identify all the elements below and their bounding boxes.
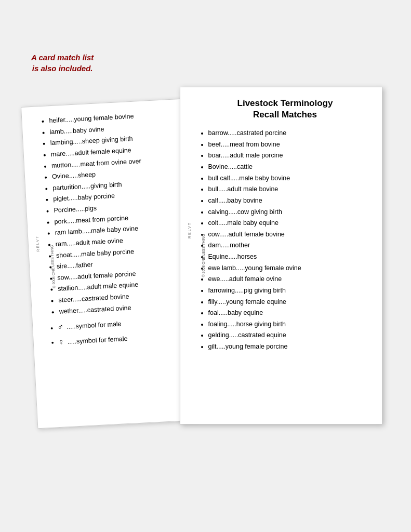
relvt-front-label: RELVT — [188, 222, 191, 238]
list-item: barrow.....castrated porcine — [208, 128, 372, 139]
male-symbol-text: .....symbol for male — [66, 318, 122, 333]
bullet-male: • — [50, 324, 53, 331]
card-front: RELVT © 2008 ONE LESS THING Livestock Te… — [180, 87, 382, 424]
male-icon: ♂ — [57, 320, 63, 335]
list-item: Bovine.....cattle — [208, 162, 372, 172]
list-item: bull calf.....male baby bovine — [208, 173, 372, 184]
list-item: dam.....mother — [208, 240, 372, 251]
list-item: cow.....adult female bovine — [208, 229, 372, 240]
list-item: gilt.....young female porcine — [208, 341, 372, 352]
list-item: foal.....baby equine — [208, 308, 372, 318]
title-line2: Recall Matches — [253, 110, 317, 119]
list-item: beef.....meat from bovine — [208, 139, 372, 150]
bullet-female: • — [51, 339, 54, 347]
title-line1: Livestock Terminology — [237, 98, 333, 108]
list-item: bull.....adult male bovine — [208, 184, 372, 195]
back-card-content: heifer.....young female bovine lamb.....… — [33, 109, 195, 351]
page-wrapper: A card match list is also included. RELV… — [0, 0, 411, 532]
list-item: colt.....male baby equine — [208, 218, 372, 229]
list-item: farrowing.....pig giving birth — [208, 285, 372, 296]
gender-section: • ♂ .....symbol for male • ♀ .....symbol… — [50, 313, 196, 350]
card-title: Livestock Terminology Recall Matches — [199, 98, 372, 121]
female-icon: ♀ — [57, 335, 64, 350]
list-item: ewe lamb.....young female ovine — [208, 263, 372, 274]
list-item: Equine.....horses — [208, 251, 372, 262]
list-item: ewe.....adult female ovine — [208, 274, 372, 285]
list-item: boar.....adult male porcine — [208, 150, 372, 161]
list-item: gelding.....castrated equine — [208, 330, 372, 341]
copyright-front: © 2008 ONE LESS THING — [202, 234, 205, 277]
front-card-list: barrow.....castrated porcine beef.....me… — [199, 128, 372, 352]
relvt-back-label: RELVT — [35, 235, 39, 252]
card-match-label: A card match list is also included. — [31, 52, 94, 74]
list-item: foaling.....horse giving birth — [208, 319, 372, 330]
list-item: calving.....cow giving birth — [208, 207, 372, 218]
female-symbol-text: .....symbol for female — [67, 333, 128, 348]
cards-container: RELVT © 2008 ONE LESS THING heifer.....y… — [29, 76, 382, 466]
front-card-content: Livestock Terminology Recall Matches bar… — [193, 98, 372, 352]
list-item: filly.....young female equine — [208, 297, 372, 308]
card-match-line2: is also included. — [31, 63, 94, 74]
list-item: calf.....baby bovine — [208, 195, 372, 206]
back-card-list: heifer.....young female bovine lamb.....… — [39, 109, 194, 317]
card-match-line1: A card match list — [31, 52, 94, 63]
